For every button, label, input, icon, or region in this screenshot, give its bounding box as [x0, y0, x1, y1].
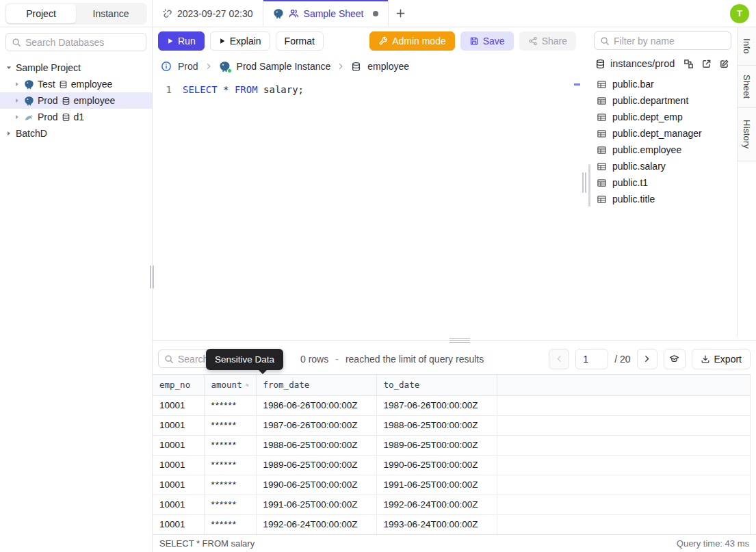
tree-project-batchd[interactable]: BatchD: [0, 125, 152, 142]
breadcrumb-environment[interactable]: Prod: [178, 61, 198, 72]
project-label: Sample Project: [16, 62, 81, 73]
breadcrumb-instance[interactable]: Prod Sample Instance: [237, 61, 331, 72]
schema-diagram-icon[interactable]: [683, 59, 694, 69]
tab-sheet[interactable]: Sheet: [738, 66, 756, 108]
query-time: Query time: 43 ms: [677, 538, 749, 549]
list-item-table[interactable]: public.bar: [588, 76, 737, 92]
caret-right-icon[interactable]: [14, 97, 21, 104]
external-link-icon[interactable]: [701, 59, 712, 69]
run-button[interactable]: Run: [158, 31, 205, 51]
search-icon: [164, 354, 174, 364]
postgresql-icon: [24, 96, 34, 106]
masked-cell[interactable]: ******: [204, 415, 256, 435]
sidebar-resize-handle[interactable]: [150, 265, 155, 289]
data-masking-button[interactable]: [664, 349, 686, 369]
list-item-table[interactable]: public.salary: [588, 158, 737, 174]
masked-cell[interactable]: ******: [204, 455, 256, 475]
tab-adhoc-sheet[interactable]: 2023-09-27 02:30: [153, 0, 263, 27]
table-row[interactable]: 10001 ****** 1991-06-25T00:00:00Z 1992-0…: [153, 495, 750, 514]
results-divider[interactable]: [153, 337, 756, 343]
tab-label: 2023-09-27 02:30: [177, 8, 253, 19]
caret-down-icon[interactable]: [5, 64, 12, 71]
sidebar-mode-switch: Project Instance: [0, 0, 153, 27]
next-page-button[interactable]: [637, 349, 657, 369]
admin-mode-button[interactable]: Admin mode: [369, 31, 455, 51]
masked-cell[interactable]: ******: [204, 495, 256, 514]
table-icon: [597, 161, 607, 172]
save-button[interactable]: Save: [460, 31, 514, 51]
format-button[interactable]: Format: [276, 31, 324, 51]
tab-label: Sample Sheet: [304, 8, 364, 19]
editor-rightbar-divider[interactable]: [582, 27, 588, 337]
tree-db-test-employee[interactable]: Test employee: [0, 76, 152, 92]
table-row[interactable]: 10001 ****** 1986-06-26T00:00:00Z 1987-0…: [153, 395, 750, 415]
divider-grab-handle[interactable]: [449, 338, 470, 343]
list-item-table[interactable]: public.t1: [588, 174, 737, 191]
tree-project-sample[interactable]: Sample Project: [0, 60, 152, 76]
tree-db-prod-d1[interactable]: Prod d1: [0, 109, 152, 125]
chevron-right-icon: [642, 354, 651, 363]
filter-by-name-input[interactable]: [614, 36, 725, 47]
filter-box[interactable]: [594, 31, 731, 50]
sql-code-editor[interactable]: 1 SELECT * FROM salary;: [153, 78, 582, 337]
database-icon: [595, 59, 605, 69]
database-search[interactable]: [5, 33, 146, 51]
column-header-from-date[interactable]: from_date: [256, 375, 376, 395]
unlink-icon: [162, 8, 172, 18]
share-icon: [528, 36, 538, 46]
list-item-table[interactable]: public.department: [588, 92, 737, 109]
executed-query: SELECT * FROM salary: [159, 538, 255, 549]
overview-ruler-cursor-mark: [574, 83, 580, 86]
list-item-table[interactable]: public.employee: [588, 142, 737, 158]
caret-right-icon[interactable]: [14, 81, 21, 88]
editor-panel: Run Explain Format Admin mode: [153, 27, 582, 337]
tab-sample-sheet[interactable]: Sample Sheet: [263, 0, 389, 27]
share-button[interactable]: Share: [519, 31, 576, 51]
caret-right-icon[interactable]: [14, 114, 21, 120]
list-item-table[interactable]: public.dept_manager: [588, 125, 737, 142]
masked-cell[interactable]: ******: [204, 475, 256, 495]
tab-instance[interactable]: Instance: [76, 4, 146, 23]
explain-button[interactable]: Explain: [210, 31, 270, 51]
tab-info[interactable]: Info: [738, 27, 756, 66]
scrollbar[interactable]: [588, 164, 590, 207]
table-icon: [597, 112, 607, 122]
tree-db-prod-employee[interactable]: Prod employee: [0, 92, 152, 109]
new-tab-button[interactable]: [389, 0, 413, 27]
divider-grab-handle[interactable]: [582, 172, 587, 193]
database-icon: [62, 113, 70, 122]
column-header-amount[interactable]: amount: [204, 375, 256, 395]
masked-cell[interactable]: ******: [204, 435, 256, 455]
caret-right-icon[interactable]: [5, 130, 12, 137]
project-label: BatchD: [16, 128, 47, 139]
connection-label: instances/prod: [610, 58, 675, 69]
list-item-table[interactable]: public.dept_emp: [588, 109, 737, 125]
limit-note: reached the limit of query results: [346, 354, 484, 365]
tab-history[interactable]: History: [738, 108, 756, 161]
breadcrumb-database[interactable]: employee: [367, 61, 409, 72]
result-grid: emp_no amount from_date to_date: [153, 374, 751, 534]
edit-sheet-icon[interactable]: [719, 59, 729, 69]
info-icon[interactable]: [161, 61, 172, 72]
table-row[interactable]: 10001 ****** 1987-06-26T00:00:00Z 1988-0…: [153, 415, 750, 435]
masked-cell[interactable]: ******: [204, 395, 256, 415]
export-button[interactable]: Export: [692, 349, 751, 369]
column-header-emp-no[interactable]: emp_no: [153, 375, 204, 395]
table-icon: [597, 129, 607, 139]
table-row[interactable]: 10001 ****** 1990-06-25T00:00:00Z 1991-0…: [153, 475, 750, 495]
environment-label: Prod: [38, 95, 58, 106]
table-row[interactable]: 10001 ****** 1992-06-24T00:00:00Z 1993-0…: [153, 514, 750, 534]
prev-page-button[interactable]: [549, 349, 569, 369]
table-icon: [597, 96, 607, 106]
row-count: 0 rows: [300, 354, 328, 365]
column-header-to-date[interactable]: to_date: [376, 375, 497, 395]
page-number-input[interactable]: [575, 349, 608, 369]
table-row[interactable]: 10001 ****** 1989-06-25T00:00:00Z 1990-0…: [153, 455, 750, 475]
avatar[interactable]: T: [730, 4, 749, 23]
database-tree: Sample Project Test employee: [0, 60, 152, 142]
table-row[interactable]: 10001 ****** 1988-06-25T00:00:00Z 1989-0…: [153, 435, 750, 455]
masked-cell[interactable]: ******: [204, 514, 256, 534]
tab-project[interactable]: Project: [6, 4, 76, 23]
list-item-table[interactable]: public.title: [588, 191, 737, 207]
search-databases-input[interactable]: [25, 37, 140, 48]
